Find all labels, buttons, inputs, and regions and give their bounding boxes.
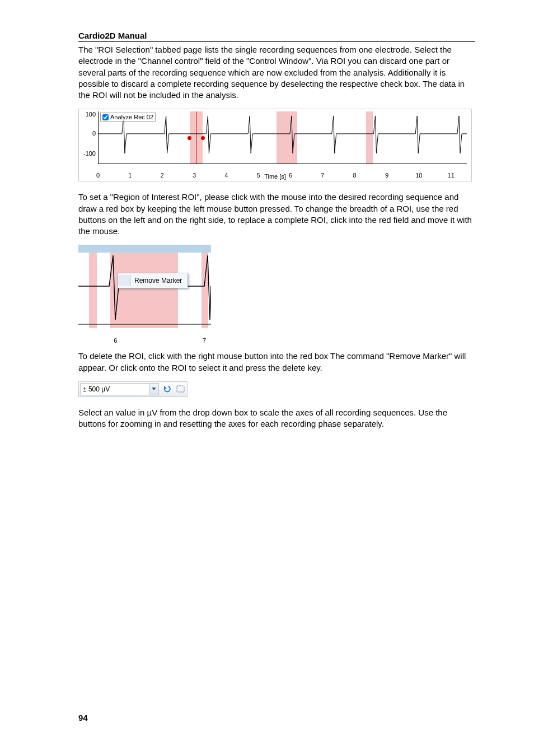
intro-paragraph: The "ROI Selection" tabbed page lists th… [78,44,475,101]
undo-icon [162,385,171,394]
context-menu[interactable]: Remove Marker [118,273,188,288]
page-number: 94 [78,713,88,722]
ytick-n100: -100 [80,151,96,157]
page-title: Cardio2D Manual [78,31,475,40]
chevron-down-icon[interactable] [149,384,158,395]
reset-zoom-button[interactable] [160,383,174,395]
xtick: 7 [203,337,206,344]
scale-toolbar: ± 500 µV [78,381,188,397]
scale-paragraph: Select an value in µV from the drop down… [78,407,475,430]
menu-gutter [118,275,131,286]
xtick: 6 [114,337,117,344]
analyze-rec-checkbox-label: Analyze Rec 02 [110,114,153,120]
roi-howto-paragraph: To set a "Region of Interest ROI", pleas… [78,192,475,237]
analyze-rec-checkbox-input[interactable] [102,114,109,120]
remove-marker-chart[interactable]: Remove Marker 6 7 [78,245,211,340]
ytick-0: 0 [80,130,96,137]
remove-marker-menuitem[interactable]: Remove Marker [131,275,188,286]
selection-rectangle-icon [176,385,185,393]
xaxis-label: Time [s] [79,173,471,180]
scale-dropdown[interactable]: ± 500 µV [80,383,159,395]
fig2-plot-area[interactable]: Remove Marker [78,253,211,328]
roi-waveform-chart[interactable]: 100 0 -100 Analyze Rec 02 0 1 2 [78,109,472,181]
ytick-100: 100 [80,111,96,118]
header-rule [78,41,475,42]
fig2-titlebar [78,245,211,253]
scale-dropdown-value: ± 500 µV [83,385,110,393]
fig2-waveform [78,253,211,328]
remove-marker-paragraph: To delete the ROI, click with the right … [78,351,475,374]
zoom-button[interactable] [174,383,187,395]
analyze-rec-checkbox[interactable]: Analyze Rec 02 [100,113,156,122]
svg-rect-1 [177,386,184,392]
